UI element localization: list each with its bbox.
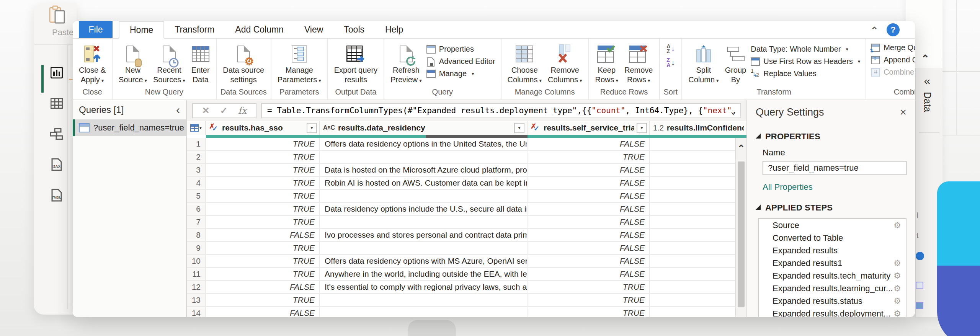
cell-llmconfidence[interactable] xyxy=(650,138,746,150)
data-type-button[interactable]: Data Type: Whole Number▾ xyxy=(751,45,860,54)
cell-data-residency[interactable]: It's essential to comply with regional p… xyxy=(320,281,528,293)
table-row[interactable]: 3TRUEData is hosted on the Microsoft Azu… xyxy=(187,164,746,177)
section-expander-icon[interactable] xyxy=(756,205,761,210)
cell-data-residency[interactable] xyxy=(320,242,528,254)
applied-step[interactable]: Expanded results.learning_cur...⚙ xyxy=(759,282,906,295)
select-all-corner[interactable]: ▾ xyxy=(187,121,206,135)
cell-self-service-trial[interactable]: FALSE xyxy=(528,190,650,202)
replace-values-button[interactable]: 1↳2 Replace Values xyxy=(751,69,860,78)
cell-data-residency[interactable] xyxy=(320,190,528,202)
column-header-self-service-trial[interactable]: ✗✓ results.self_service_trial ▾ xyxy=(528,121,650,135)
cell-data-residency[interactable]: Offers data residency options in the Uni… xyxy=(320,138,528,150)
use-first-row-button[interactable]: Use First Row as Headers▾ xyxy=(751,57,860,66)
tab-view[interactable]: View xyxy=(294,21,333,38)
group-by-button[interactable]: Group By xyxy=(722,41,750,85)
row-number[interactable]: 2 xyxy=(187,151,206,163)
close-icon[interactable]: × xyxy=(900,106,906,119)
choose-columns-button[interactable]: Choose Columns▾ xyxy=(505,41,545,85)
gear-icon[interactable]: ⚙ xyxy=(893,284,901,294)
cell-llmconfidence[interactable] xyxy=(650,164,746,176)
formula-input[interactable]: = Table.TransformColumnTypes(#"Expanded … xyxy=(261,103,741,118)
table-row[interactable]: 13TRUETRUE xyxy=(187,294,746,307)
vertical-scrollbar[interactable]: ⌃ xyxy=(735,138,746,317)
applied-step[interactable]: Expanded results.status⚙ xyxy=(759,295,906,307)
query-name-input[interactable]: ?user_field_names=true xyxy=(763,161,906,175)
cell-llmconfidence[interactable] xyxy=(650,229,746,241)
filter-button[interactable]: ▾ xyxy=(514,123,524,133)
cell-self-service-trial[interactable]: FALSE xyxy=(528,138,650,150)
gear-icon[interactable]: ⚙ xyxy=(893,309,901,317)
new-source-button[interactable]: New Source▾ xyxy=(116,41,150,85)
remove-rows-button[interactable]: Remove Rows▾ xyxy=(621,41,656,85)
export-query-results-button[interactable]: Export query results xyxy=(331,41,381,85)
row-number[interactable]: 14 xyxy=(187,307,206,317)
cell-data-residency[interactable] xyxy=(320,151,528,163)
split-column-button[interactable]: Split Column▾ xyxy=(685,41,722,85)
cell-llmconfidence[interactable] xyxy=(650,203,746,215)
model-view-icon[interactable] xyxy=(48,126,65,142)
cell-self-service-trial[interactable]: FALSE xyxy=(528,164,650,176)
query-list-item[interactable]: ?user_field_names=true xyxy=(73,119,186,136)
cell-data-residency[interactable]: Robin AI is hosted on AWS. Customer data… xyxy=(320,177,528,189)
cell-data-residency[interactable]: Data is hosted on the Microsoft Azure cl… xyxy=(320,164,528,176)
manage-parameters-button[interactable]: Manage Parameters▾ xyxy=(274,41,324,85)
cell-has-sso[interactable]: FALSE xyxy=(206,229,320,241)
cell-has-sso[interactable]: TRUE xyxy=(206,151,320,163)
advanced-editor-button[interactable]: Advanced Editor xyxy=(426,57,495,66)
scrollbar-thumb[interactable] xyxy=(738,161,745,307)
cell-self-service-trial[interactable]: FALSE xyxy=(528,177,650,189)
cell-self-service-trial[interactable]: TRUE xyxy=(528,307,650,317)
cell-has-sso[interactable]: TRUE xyxy=(206,268,320,280)
table-view-icon[interactable] xyxy=(48,96,65,111)
table-row[interactable]: 7TRUEFALSE xyxy=(187,216,746,229)
table-row[interactable]: 6TRUEData residency options include the … xyxy=(187,203,746,216)
text-type-icon[interactable]: ABC xyxy=(323,124,335,131)
decimal-type-icon[interactable]: 1.2 xyxy=(653,124,664,132)
paste-button[interactable]: Paste xyxy=(48,5,75,44)
applied-step[interactable]: Converted to Table xyxy=(759,232,906,244)
logical-type-icon[interactable]: ✗✓ xyxy=(209,123,219,132)
cell-self-service-trial[interactable]: TRUE xyxy=(528,281,650,293)
data-source-settings-button[interactable]: ⚙ Data source settings xyxy=(220,41,267,85)
cell-self-service-trial[interactable]: TRUE xyxy=(528,151,650,163)
table-row[interactable]: 1TRUEOffers data residency options in th… xyxy=(187,138,746,151)
chevron-up-icon[interactable]: ⌃ xyxy=(921,53,929,65)
tab-help[interactable]: Help xyxy=(375,21,413,38)
applied-step[interactable]: Expanded results.tech_maturity⚙ xyxy=(759,269,906,282)
row-number[interactable]: 4 xyxy=(187,177,206,189)
cell-llmconfidence[interactable] xyxy=(650,151,746,163)
gear-icon[interactable]: ⚙ xyxy=(893,296,901,306)
cell-llmconfidence[interactable] xyxy=(650,177,746,189)
tab-transform[interactable]: Transform xyxy=(164,21,225,38)
column-header-data-residency[interactable]: ABC results.data_residency ▾ xyxy=(320,121,528,135)
cell-has-sso[interactable]: TRUE xyxy=(206,203,320,215)
sort-descending-icon[interactable]: ZA↓ xyxy=(666,58,675,68)
remove-columns-button[interactable]: Remove Columns▾ xyxy=(545,41,585,85)
row-number[interactable]: 12 xyxy=(187,281,206,293)
table-row[interactable]: 10TRUEOffers data residency options with… xyxy=(187,255,746,268)
collapse-queries-pane-icon[interactable]: ‹ xyxy=(176,106,180,114)
table-row[interactable]: 5TRUEFALSE xyxy=(187,190,746,203)
row-number[interactable]: 13 xyxy=(187,294,206,306)
cell-self-service-trial[interactable]: FALSE xyxy=(528,216,650,228)
cell-llmconfidence[interactable] xyxy=(650,294,746,306)
table-row[interactable]: 9TRUEFALSE xyxy=(187,242,746,255)
cell-data-residency[interactable] xyxy=(320,294,528,306)
append-queries-button[interactable]: ↕ Append Queries▾ xyxy=(871,55,915,64)
fx-icon[interactable]: fx xyxy=(238,105,247,116)
cell-data-residency[interactable]: Anywhere in the world, including outside… xyxy=(320,268,528,280)
cell-self-service-trial[interactable]: TRUE xyxy=(528,294,650,306)
filter-button[interactable]: ▾ xyxy=(307,123,317,133)
cell-self-service-trial[interactable]: FALSE xyxy=(528,229,650,241)
double-chevron-left-icon[interactable]: « xyxy=(924,75,930,87)
cell-llmconfidence[interactable] xyxy=(650,216,746,228)
all-properties-link[interactable]: All Properties xyxy=(747,175,915,192)
cell-llmconfidence[interactable] xyxy=(650,307,746,317)
collapse-ribbon-icon[interactable]: ⌃ xyxy=(871,25,878,36)
help-icon[interactable]: ? xyxy=(887,23,900,36)
scroll-up-icon[interactable]: ⌃ xyxy=(736,143,746,154)
cell-has-sso[interactable]: TRUE xyxy=(206,190,320,202)
enter-data-button[interactable]: Enter Data xyxy=(188,41,213,85)
properties-button[interactable]: Properties xyxy=(426,45,495,54)
cell-data-residency[interactable] xyxy=(320,216,528,228)
